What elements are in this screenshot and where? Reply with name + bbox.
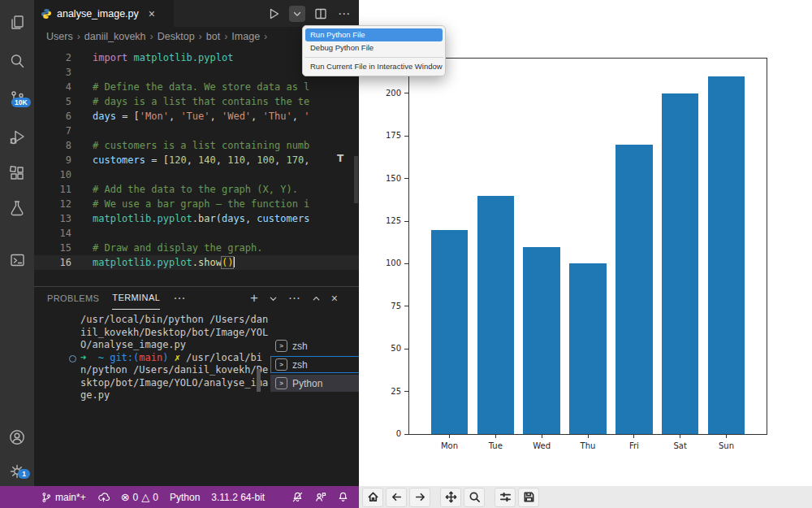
tab-close-icon[interactable]: × xyxy=(149,7,155,20)
publish-icon[interactable] xyxy=(97,492,110,503)
x-tick-mark xyxy=(449,434,450,438)
home-icon[interactable] xyxy=(362,488,383,507)
x-tick-label-sun: Sun xyxy=(706,441,747,450)
close-panel-icon[interactable]: × xyxy=(331,292,338,305)
code-line-11[interactable]: 11# Add the data to the graph (X, Y). xyxy=(34,182,359,197)
panel-views-more-icon[interactable]: ⋯ xyxy=(288,291,301,306)
minimap-marker: T xyxy=(337,153,343,164)
y-tick-mark xyxy=(404,349,408,350)
search-icon[interactable] xyxy=(0,45,34,77)
new-terminal-icon[interactable]: + xyxy=(250,290,258,306)
line-number: 15 xyxy=(34,241,71,255)
branch-icon xyxy=(41,492,52,503)
panel-tab-problems[interactable]: PROBLEMS xyxy=(47,288,99,310)
x-tick-label-wed: Wed xyxy=(521,441,562,450)
terminal-profile-chevron-icon[interactable] xyxy=(269,294,278,303)
code-line-14[interactable]: 14 xyxy=(34,226,359,241)
more-actions-icon[interactable]: ⋯ xyxy=(336,6,352,22)
menu-item-debug-python-file[interactable]: Debug Python File xyxy=(305,41,443,54)
text-cursor xyxy=(233,257,235,267)
run-debug-icon[interactable] xyxy=(0,120,34,153)
back-icon[interactable] xyxy=(386,488,407,507)
code-line-10[interactable]: 10 xyxy=(34,167,359,182)
editor-scrollbar[interactable] xyxy=(354,156,358,203)
terminal-panel-icon[interactable] xyxy=(0,244,34,276)
terminal-scrollbar[interactable] xyxy=(257,369,261,392)
notifications-bell-icon[interactable] xyxy=(337,491,349,503)
bar-fri xyxy=(615,145,652,434)
language-mode-item[interactable]: Python xyxy=(170,492,200,503)
code-text: # Add the data to the graph (X, Y). xyxy=(93,182,298,197)
terminal-command-decoration xyxy=(69,355,76,363)
y-tick-label: 50 xyxy=(372,344,401,353)
line-number: 13 xyxy=(34,211,71,226)
pan-icon[interactable] xyxy=(440,488,461,507)
account-icon[interactable] xyxy=(0,421,34,454)
forward-icon[interactable] xyxy=(409,488,430,507)
code-line-13[interactable]: 13matplotlib.pyplot.bar(days, customers xyxy=(34,211,359,226)
terminal-line: /usr/local/bin/python /Users/daniil_kove… xyxy=(80,314,269,352)
chevron-right-icon: › xyxy=(199,31,202,42)
code-line-9[interactable]: 9customers = [120, 140, 110, 100, 170, xyxy=(34,153,359,167)
run-button[interactable] xyxy=(266,6,282,22)
breadcrumb-item-daniil_kovekh[interactable]: daniil_kovekh xyxy=(84,31,146,42)
code-line-12[interactable]: 12# We use a bar graph — the function i xyxy=(34,197,359,211)
menu-item-run-python-file[interactable]: Run Python File xyxy=(305,28,443,41)
problems-item[interactable]: ⊗ 0 △ 0 xyxy=(121,491,158,503)
warnings-icon: △ xyxy=(141,491,149,503)
screen: 10K 1 xyxy=(0,0,812,508)
maximize-panel-icon[interactable] xyxy=(312,294,321,303)
terminal-output[interactable]: /usr/local/bin/python /Users/daniil_kove… xyxy=(46,314,249,476)
terminal-icon: > xyxy=(275,358,287,371)
terminal-instance-label: zsh xyxy=(292,341,308,352)
zoom-icon[interactable] xyxy=(464,488,485,507)
git-branch-item[interactable]: main*+ xyxy=(41,492,86,503)
x-tick-mark xyxy=(495,434,496,438)
bar-sat xyxy=(662,93,698,434)
y-tick-mark xyxy=(404,263,408,264)
chevron-right-icon: › xyxy=(264,31,267,42)
terminal-instance-python[interactable]: >Python xyxy=(270,375,369,392)
chevron-right-icon: › xyxy=(150,31,153,42)
breadcrumb-item-users[interactable]: Users xyxy=(46,31,73,42)
menu-item-run-current-file-in-interactive-window[interactable]: Run Current File in Interactive Window xyxy=(305,60,443,73)
terminal-icon: > xyxy=(275,377,287,389)
tab-analyse-image[interactable]: analyse_image.py × xyxy=(34,0,174,27)
x-tick-label-thu: Thu xyxy=(568,441,608,450)
testing-icon[interactable] xyxy=(0,192,34,224)
y-tick-mark xyxy=(404,306,408,306)
menu-separator xyxy=(304,57,443,58)
terminal-instance-zsh[interactable]: >zsh xyxy=(270,337,369,354)
feedback-icon[interactable] xyxy=(314,491,326,503)
code-line-5[interactable]: 5# days is a list that contains the te xyxy=(34,94,359,109)
line-number: 5 xyxy=(34,94,71,109)
code-editor[interactable]: 2import matplotlib.pyplot34# Define the … xyxy=(34,46,359,286)
settings-badge: 1 xyxy=(18,469,30,479)
code-line-8[interactable]: 8# customers is a list containing numb xyxy=(34,138,359,153)
terminal-instance-zsh[interactable]: >zsh xyxy=(270,356,369,373)
code-line-4[interactable]: 4# Define the data. We store data as l xyxy=(34,80,359,94)
explorer-icon[interactable] xyxy=(0,7,34,39)
split-editor-icon[interactable] xyxy=(313,6,329,22)
code-line-15[interactable]: 15# Draw and display the graph. xyxy=(34,241,359,255)
code-line-6[interactable]: 6days = ['Mon', 'Tue', 'Wed', 'Thu', ' xyxy=(34,109,359,124)
code-text: # customers is a list containing numb xyxy=(93,138,309,153)
tab-bar: analyse_image.py × ⋯ xyxy=(34,0,359,27)
breadcrumb-item-desktop[interactable]: Desktop xyxy=(158,31,195,42)
panel-tab-terminal[interactable]: TERMINAL xyxy=(112,287,160,310)
line-number: 7 xyxy=(34,124,71,138)
line-number: 4 xyxy=(34,80,71,94)
code-line-16[interactable]: 16matplotlib.pyplot.show() xyxy=(34,255,359,270)
code-line-7[interactable]: 7 xyxy=(34,124,359,138)
terminal-icon: > xyxy=(275,340,287,352)
breadcrumb-item-bot[interactable]: bot xyxy=(206,31,220,42)
extensions-icon[interactable] xyxy=(0,157,34,189)
subplots-config-icon[interactable] xyxy=(495,488,516,507)
save-icon[interactable] xyxy=(518,488,539,507)
do-not-disturb-icon[interactable] xyxy=(292,491,304,503)
chevron-right-icon: › xyxy=(224,31,227,42)
breadcrumb-item-image[interactable]: Image xyxy=(231,31,260,42)
panel-more-icon[interactable]: ⋯ xyxy=(173,291,186,306)
python-version-item[interactable]: 3.11.2 64-bit xyxy=(211,492,265,503)
run-dropdown-chevron-icon[interactable] xyxy=(289,6,305,22)
